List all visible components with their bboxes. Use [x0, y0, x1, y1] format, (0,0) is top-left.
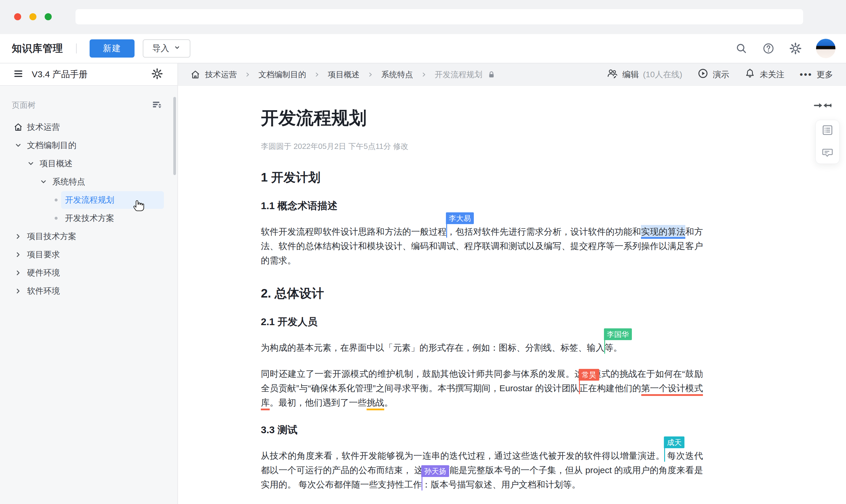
tree-item-label: 软件环境 [27, 286, 60, 296]
app-header: 知识库管理 新建 导入 [0, 34, 846, 64]
document-area: 开发流程规划 李圆圆于 2022年05月2日 下午5点11分 修改 1 开发计划… [178, 86, 846, 504]
chevron-down-icon[interactable] [13, 140, 23, 151]
header-actions [735, 39, 835, 58]
close-window-button[interactable] [14, 13, 21, 20]
tree-item-project-requirements[interactable]: 项目要求 [0, 246, 177, 264]
sidebar-header: V3.4 产品手册 [0, 64, 177, 86]
collaborator-name-tag: 李国华 [604, 328, 632, 340]
collaborator-name-tag: 孙天扬 [421, 465, 449, 477]
people-icon [607, 68, 618, 82]
tree-item-label: 开发技术方案 [65, 213, 114, 224]
sidebar-gear-icon[interactable] [151, 68, 163, 81]
collapse-panel-icon[interactable] [814, 101, 832, 111]
tree-item-project-tech-plan[interactable]: 项目技术方案 [0, 227, 177, 246]
tree-item-label: 项目技术方案 [27, 231, 76, 242]
lock-icon [487, 70, 496, 79]
collab-caret [446, 224, 447, 238]
minimize-window-button[interactable] [29, 13, 36, 20]
bell-icon [744, 68, 756, 81]
tree-item-dev-process-plan[interactable]: 开发流程规划 [0, 191, 177, 209]
home-icon[interactable] [190, 70, 200, 79]
tree-item-label: 系统特点 [52, 176, 85, 187]
section-heading: 2.1 开发人员 [261, 315, 703, 329]
chevron-right-icon[interactable] [13, 268, 23, 278]
comment-icon[interactable] [821, 146, 834, 160]
breadcrumb-item[interactable]: 文档编制目的 [258, 69, 306, 80]
tree-item-label: 硬件环境 [27, 267, 60, 278]
breadcrumb-separator-icon [314, 71, 320, 78]
help-icon[interactable] [762, 42, 775, 55]
document-byline: 李圆圆于 2022年05月2日 下午5点11分 修改 [261, 141, 703, 151]
tree-item-label: 文档编制目的 [27, 140, 76, 151]
collaborator-name-tag: 李大易 [446, 212, 474, 224]
header-divider [76, 43, 77, 53]
tree-item-label: 项目要求 [27, 249, 60, 260]
page-tree-label: 页面树 [12, 100, 36, 110]
tree-item-dev-tech-plan[interactable]: 开发技术方案 [0, 209, 177, 227]
online-count: (10人在线) [643, 69, 682, 80]
chevron-right-icon[interactable] [13, 286, 23, 296]
document[interactable]: 开发流程规划 李圆圆于 2022年05月2日 下午5点11分 修改 1 开发计划… [261, 106, 703, 504]
zoom-window-button[interactable] [44, 13, 52, 20]
tree-item-system-features[interactable]: 系统特点 [0, 173, 177, 191]
more-label: 更多 [817, 69, 833, 80]
present-action[interactable]: 演示 [697, 68, 729, 81]
marked-text-u-red: 第一个设计模式库 [261, 383, 703, 410]
avatar[interactable] [816, 39, 835, 58]
address-bar[interactable] [75, 9, 803, 24]
hamburger-icon[interactable] [13, 68, 25, 81]
section-heading: 2. 总体设计 [261, 285, 703, 302]
titlebar [0, 0, 846, 34]
play-circle-icon [697, 68, 708, 81]
follow-action[interactable]: 未关注 [744, 68, 784, 81]
import-button-label: 导入 [152, 42, 169, 54]
gear-icon[interactable] [789, 42, 802, 55]
collaborator-name-tag: 成天 [664, 436, 684, 448]
paragraph: 同时还建立了一套开源模式的维护机制，鼓励其他设计师共同参与体系的发展。这个模式的… [261, 366, 703, 410]
new-button[interactable]: 新建 [90, 39, 134, 58]
tree-label-row: 页面树 [0, 99, 177, 111]
breadcrumb-item[interactable]: 系统特点 [381, 69, 413, 80]
sort-icon[interactable] [151, 99, 163, 112]
chevron-right-icon[interactable] [13, 249, 23, 260]
section-heading: 3.3 测试 [261, 423, 703, 437]
breadcrumb-separator-icon [367, 71, 374, 78]
chevron-right-icon[interactable] [13, 231, 23, 242]
document-title: 开发流程规划 [261, 106, 703, 130]
document-blocks: 1 开发计划1.1 概念术语描述软件开发流程即软件设计思路和方法的一般过程李大易… [261, 169, 703, 504]
more-action[interactable]: ••• 更多 [799, 69, 833, 80]
breadcrumb-item[interactable]: 项目概述 [328, 69, 360, 80]
chevron-down-icon[interactable] [25, 158, 36, 169]
hand-cursor [133, 199, 145, 213]
paragraph: 软件开发流程即软件设计思路和方法的一般过程李大易，包括对软件先进行需求分析，设计… [261, 224, 703, 268]
import-button[interactable]: 导入 [143, 39, 190, 58]
ellipsis-icon: ••• [799, 70, 812, 79]
tree-item-project-overview[interactable]: 项目概述 [0, 155, 177, 173]
sidebar: V3.4 产品手册 页面树 技术运营文档编制目的项目概述系统特点开发流程规划开发… [0, 64, 178, 504]
present-label: 演示 [713, 69, 729, 80]
sidebar-scrollbar[interactable] [173, 97, 176, 175]
tree-item-software-env[interactable]: 软件环境 [0, 282, 177, 300]
tree-item-hardware-env[interactable]: 硬件环境 [0, 264, 177, 282]
tree-item-tech-ops[interactable]: 技术运营 [0, 118, 177, 136]
dot-icon [51, 195, 61, 205]
search-icon[interactable] [735, 42, 748, 55]
book-title: V3.4 产品手册 [32, 68, 151, 80]
collab-caret [579, 381, 580, 394]
edit-action[interactable]: 编辑 (10人在线) [607, 68, 682, 82]
tree-item-label: 项目概述 [40, 158, 73, 169]
page-tree: 技术运营文档编制目的项目概述系统特点开发流程规划开发技术方案项目技术方案项目要求… [0, 118, 177, 300]
section-heading: 1 开发计划 [261, 169, 703, 186]
outline-icon[interactable] [821, 124, 834, 138]
breadcrumb-item[interactable]: 技术运营 [205, 69, 237, 80]
collab-caret [421, 477, 422, 490]
breadcrumb: 技术运营文档编制目的项目概述系统特点开发流程规划 [190, 69, 496, 80]
tree-item-doc-purpose[interactable]: 文档编制目的 [0, 136, 177, 155]
follow-label: 未关注 [760, 69, 784, 80]
tree-item-label: 技术运营 [27, 122, 60, 133]
home-icon [13, 122, 23, 132]
app-title: 知识库管理 [12, 42, 63, 55]
chevron-down-icon[interactable] [38, 177, 49, 187]
breadcrumb-separator-icon [421, 71, 427, 78]
paragraph: 为构成的基本元素，在界面中以「元素」的形式存在，例如：图标、分割线、标签、输入李… [261, 340, 703, 355]
